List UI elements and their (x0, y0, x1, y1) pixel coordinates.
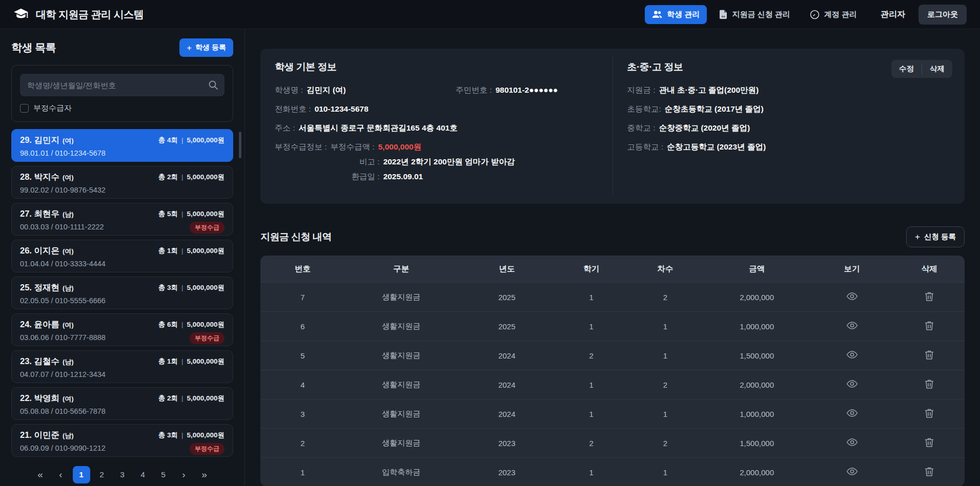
page-number-button[interactable]: 1 (73, 466, 90, 483)
cell-type: 생활지원금 (345, 399, 458, 428)
note-label: 비고 : (331, 157, 380, 167)
separator: | (181, 321, 183, 328)
student-list-item[interactable]: 27. 최현우(남) 00.03.03 / 010-1111-2222 총 5회… (11, 203, 233, 236)
cell-round: 1 (626, 399, 704, 428)
edit-school-button[interactable]: 수정 (891, 60, 922, 78)
student-list-item[interactable]: 26. 이지은(여) 01.04.04 / 010-3333-4444 총 1회… (11, 240, 233, 272)
student-list-item[interactable]: 22. 박영희(여) 05.08.08 / 010-5656-7878 총 2회… (11, 387, 233, 420)
separator: | (181, 431, 183, 439)
application-row: 3 생활지원금 2024 1 1 1,000,000 (260, 399, 965, 428)
nav-student-management[interactable]: 학생 관리 (645, 5, 707, 24)
sidebar-scrollbar-thumb[interactable] (239, 132, 241, 158)
student-grant-count: 총 1회 (158, 357, 178, 365)
page-number-button[interactable]: 2 (93, 466, 111, 483)
student-list-item[interactable]: 28. 박지수(여) 99.02.02 / 010-9876-5432 총 2회… (11, 166, 233, 199)
next-page-button[interactable]: › (175, 466, 193, 483)
search-filter-panel: 부정수급자 (11, 65, 233, 122)
student-list: 29. 김민지(여) 98.01.01 / 010-1234-5678 총 4회… (11, 129, 233, 457)
view-button[interactable] (846, 350, 858, 359)
student-grant-amount: 5,000,000원 (187, 136, 224, 144)
delete-button[interactable] (925, 291, 934, 302)
cell-year: 2025 (458, 311, 556, 341)
student-birth-phone: 06.09.09 / 010-9090-1212 (20, 444, 106, 452)
view-button[interactable] (846, 467, 858, 476)
student-list-item[interactable]: 21. 이민준(남) 06.09.09 / 010-9090-1212 총 3회… (11, 424, 233, 457)
fraud-badge: 부정수급 (190, 443, 224, 455)
cell-no: 5 (260, 341, 345, 370)
view-button[interactable] (846, 409, 858, 417)
student-birth-phone: 98.01.01 / 010-1234-5678 (20, 149, 106, 157)
cell-year: 2024 (458, 341, 556, 370)
student-grant-count: 총 3회 (158, 284, 178, 291)
cell-round: 2 (626, 370, 704, 399)
logout-button[interactable]: 로그아웃 (918, 5, 967, 25)
admin-user-label: 관리자 (881, 9, 905, 20)
eye-icon (846, 467, 858, 476)
column-header: 삭제 (894, 256, 965, 282)
eye-icon (846, 350, 858, 359)
delete-school-button[interactable]: 삭제 (922, 60, 952, 78)
prev-page-button[interactable]: ‹ (52, 466, 70, 483)
view-button[interactable] (846, 379, 858, 388)
cell-type: 생활지원금 (345, 428, 458, 457)
nav-application-management[interactable]: 지원금 신청 관리 (712, 5, 797, 24)
student-gender: (남) (63, 284, 74, 292)
delete-button[interactable] (925, 467, 934, 477)
fraud-info-label: 부정수급정보 : (275, 142, 327, 153)
student-grant-amount: 5,000,000원 (187, 321, 224, 328)
student-grant-count: 총 1회 (158, 247, 178, 255)
application-row: 2 생활지원금 2023 2 2 1,500,000 (260, 428, 965, 457)
student-list-item[interactable]: 29. 김민지(여) 98.01.01 / 010-1234-5678 총 4회… (11, 129, 233, 162)
application-row: 6 생활지원금 2025 1 1 1,000,000 (260, 311, 965, 341)
fraud-filter-label: 부정수급자 (33, 103, 72, 113)
page-number-button[interactable]: 3 (114, 466, 131, 483)
school-row-value: 순창중학교 (2020년 졸업) (659, 123, 750, 134)
page-number-button[interactable]: 4 (134, 466, 152, 483)
add-student-button[interactable]: + 학생 등록 (179, 38, 233, 57)
separator: | (181, 284, 183, 291)
last-page-button[interactable]: » (196, 466, 213, 483)
student-birth-phone: 04.07.07 / 010-1212-3434 (20, 370, 106, 378)
student-list-item[interactable]: 23. 김철수(남) 04.07.07 / 010-1212-3434 총 1회… (11, 350, 233, 383)
student-grant-amount: 5,000,000원 (187, 431, 224, 439)
view-button[interactable] (846, 292, 858, 301)
document-icon (719, 10, 727, 19)
address-label: 주소 : (275, 123, 295, 134)
cell-year: 2025 (458, 282, 556, 311)
delete-button[interactable] (925, 437, 934, 448)
student-birth-phone: 01.04.04 / 010-3333-4444 (20, 260, 106, 268)
delete-button[interactable] (925, 379, 934, 389)
cell-type: 입학축하금 (345, 457, 458, 486)
page-number-button[interactable]: 5 (155, 466, 172, 483)
cell-year: 2024 (458, 399, 556, 428)
student-grant-count: 총 4회 (158, 136, 178, 144)
account-icon (810, 10, 820, 19)
delete-button[interactable] (925, 350, 934, 360)
school-info-rows: 지원금 : 관내 초·중·고 졸업(200만원) 초등학교: 순창초등학교 (2… (627, 85, 951, 153)
column-header: 금액 (704, 256, 810, 282)
student-list-item[interactable]: 24. 윤아름(여) 03.06.06 / 010-7777-8888 총 6회… (11, 313, 233, 346)
cell-type: 생활지원금 (345, 311, 458, 341)
first-page-button[interactable]: « (32, 466, 49, 483)
refund-date-value: 2025.09.01 (383, 172, 423, 181)
fraud-filter-checkbox[interactable] (20, 104, 29, 113)
add-application-button[interactable]: + 신청 등록 (906, 226, 965, 247)
nav-account-management[interactable]: 계정 관리 (803, 5, 864, 24)
student-search-input[interactable] (20, 74, 224, 96)
student-name: 25. 정재현 (20, 283, 59, 292)
cell-no: 4 (260, 370, 345, 399)
school-row-label: 고등학교 : (627, 142, 664, 153)
delete-button[interactable] (925, 321, 934, 331)
applications-table: 번호구분년도학기차수금액보기삭제 7 생활지원금 2025 1 2 2,000,… (260, 256, 965, 486)
student-list-item[interactable]: 25. 정재현(남) 02.05.05 / 010-5555-6666 총 3회… (11, 277, 233, 309)
school-row-value: 관내 초·중·고 졸업(200만원) (659, 85, 759, 96)
view-button[interactable] (846, 438, 858, 447)
school-row-value: 순창고등학교 (2023년 졸업) (667, 142, 766, 153)
view-button[interactable] (846, 321, 858, 330)
trash-icon (925, 437, 934, 448)
eye-icon (846, 409, 858, 417)
student-name: 27. 최현우 (20, 209, 59, 218)
column-header: 년도 (458, 256, 556, 282)
trash-icon (925, 408, 934, 418)
delete-button[interactable] (925, 408, 934, 418)
